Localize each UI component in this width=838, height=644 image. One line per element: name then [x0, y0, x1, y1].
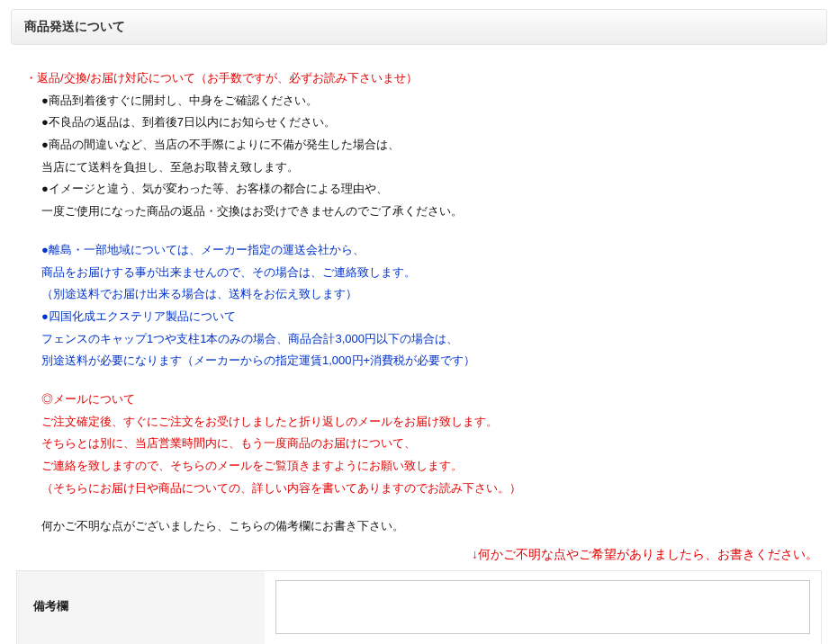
info-line: ●商品到着後すぐに開封し、中身をご確認ください。 — [25, 90, 813, 112]
info-line: ご注文確定後、すぐにご注文をお受けしましたと折り返しのメールをお届け致します。 — [25, 411, 813, 434]
spacer — [25, 223, 813, 239]
info-line: 何かご不明な点がございましたら、こちらの備考欄にお書き下さい。 — [25, 515, 813, 538]
info-line: ●不良品の返品は、到着後7日以内にお知らせください。 — [25, 112, 813, 134]
info-line: 一度ご使用になった商品の返品・交換はお受けできませんのでご了承ください。 — [25, 201, 813, 223]
spacer — [25, 372, 813, 389]
info-line: （別途送料でお届け出来る場合は、送料をお伝え致します） — [25, 283, 813, 306]
page-title: 商品発送について — [11, 9, 827, 45]
notes-section: 備考欄 — [16, 570, 822, 644]
notes-label: 備考欄 — [17, 571, 265, 644]
info-line: 商品をお届けする事が出来ませんので、その場合は、ご連絡致します。 — [25, 262, 813, 284]
info-line: 当店にて送料を負担し、至急お取替え致します。 — [25, 157, 813, 179]
info-line: （そちらにお届け日や商品についての、詳しい内容を書いてありますのでお読み下さい。… — [25, 478, 813, 500]
info-line: ご連絡を致しますので、そちらのメールをご覧頂きますようにお願い致します。 — [25, 455, 813, 478]
info-line: ◎メールについて — [25, 389, 813, 411]
info-line: ●四国化成エクステリア製品について — [25, 306, 813, 328]
notes-field-cell — [265, 571, 821, 644]
annotation-inquiry-hint: ↓何かご不明な点やご希望がありましたら、お書きください。 — [0, 547, 838, 563]
info-line: ●イメージと違う、気が変わった等、お客様の都合による理由や、 — [25, 178, 813, 201]
info-line: フェンスのキャップ1つや支柱1本のみの場合、商品合計3,000円以下の場合は、 — [25, 328, 813, 351]
notes-textarea[interactable] — [275, 580, 810, 634]
info-line: そちらとは別に、当店営業時間内に、もう一度商品のお届けについて、 — [25, 433, 813, 455]
shipping-info-content: ・返品/交換/お届け対応について（お手数ですが、必ずお読み下さいませ）●商品到着… — [0, 67, 838, 538]
info-line: ・返品/交換/お届け対応について（お手数ですが、必ずお読み下さいませ） — [25, 67, 813, 90]
info-line: ●商品の間違いなど、当店の不手際によりに不備が発生した場合は、 — [25, 134, 813, 157]
info-line: 別途送料が必要になります（メーカーからの指定運賃1,000円+消費税が必要です） — [25, 350, 813, 372]
info-line: ●離島・一部地域については、メーカー指定の運送会社から、 — [25, 239, 813, 262]
spacer — [25, 499, 813, 515]
